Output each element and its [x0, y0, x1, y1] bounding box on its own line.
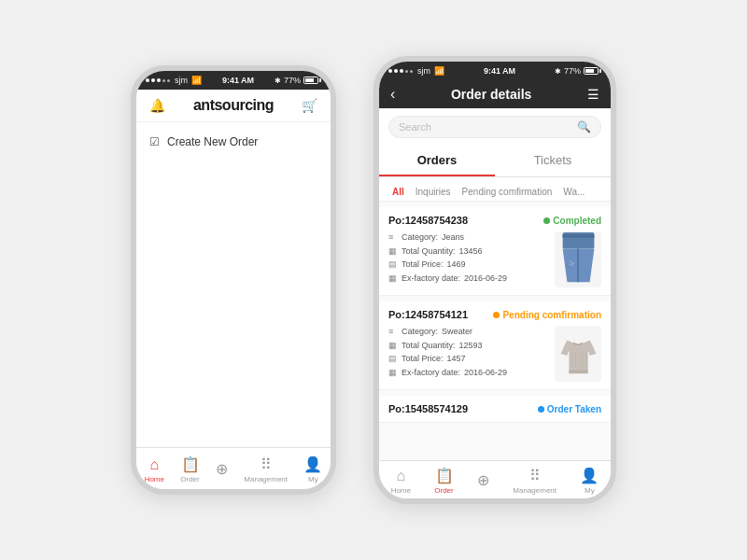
order-card-3[interactable]: Po:15458574129 Order Taken — [379, 396, 611, 423]
order-po-1: Po:12458754238 — [388, 215, 468, 226]
nav-order-right[interactable]: 📋 Order — [434, 467, 453, 495]
right-phone: sjm 📶 9:41 AM ✱ 77% ‹ Order details ☰ Se… — [374, 56, 616, 504]
battery-percent-left: 77% — [284, 76, 301, 85]
price-icon-1: ▤ — [388, 259, 398, 271]
search-placeholder: Search — [399, 121, 571, 133]
order-icon: 📋 — [181, 455, 200, 473]
back-button[interactable]: ‹ — [390, 86, 395, 103]
detail-category-2: ≡ Category: Sweater — [388, 326, 549, 338]
nav-management-label: Management — [244, 475, 288, 483]
category-label-1: Category: — [402, 231, 438, 244]
category-icon-1: ≡ — [388, 231, 398, 244]
filter-wa[interactable]: Wa... — [557, 183, 590, 201]
nav-add-left[interactable]: ⊕ — [216, 460, 228, 480]
carrier-signal: sjm 📶 — [146, 76, 202, 85]
tab-tickets[interactable]: Tickets — [495, 146, 611, 176]
order-card-1[interactable]: Po:12458754238 Completed ≡ Category: Jea… — [379, 207, 611, 296]
order-body-2: ≡ Category: Sweater ▦ Total Quantity: 12… — [388, 326, 601, 382]
hamburger-icon[interactable]: ☰ — [587, 87, 599, 102]
detail-price-1: ▤ Total Price: 1469 — [388, 259, 549, 271]
partial-po: Po:15458574129 — [388, 403, 468, 414]
filter-all[interactable]: All — [387, 183, 410, 201]
management-icon-right: ⠿ — [529, 467, 541, 484]
right-header: ‹ Order details ☰ — [379, 80, 611, 108]
status-dot-green-1 — [543, 217, 550, 224]
order-image-2 — [555, 326, 601, 382]
search-input-wrap[interactable]: Search 🔍 — [388, 116, 601, 138]
tab-orders[interactable]: Orders — [379, 146, 495, 176]
sweater-svg — [557, 327, 599, 381]
nav-my-right[interactable]: 👤 My — [580, 467, 599, 495]
date-label-1: Ex-factory date: — [402, 273, 460, 285]
date-value-1: 2016-06-29 — [464, 273, 507, 285]
filter-inquiries[interactable]: Inquiries — [410, 183, 457, 201]
date-icon-1: ▦ — [388, 273, 398, 285]
bell-icon[interactable]: 🔔 — [149, 98, 165, 113]
nav-home-left[interactable]: ⌂ Home — [145, 456, 164, 483]
bottom-nav-left: ⌂ Home 📋 Order ⊕ ⠿ Management 👤 My — [136, 447, 331, 489]
nav-home-label-right: Home — [391, 486, 411, 495]
bottom-nav-right: ⌂ Home 📋 Order ⊕ ⠿ Management 👤 My — [379, 460, 611, 498]
nav-management-left[interactable]: ⠿ Management — [244, 455, 288, 483]
nav-my-label: My — [308, 475, 318, 483]
nav-order-left[interactable]: 📋 Order — [180, 455, 199, 483]
nav-add-right[interactable]: ⊕ — [477, 471, 489, 491]
create-order-item[interactable]: ☑ Create New Order — [149, 135, 317, 148]
left-content: ☑ Create New Order — [136, 122, 331, 447]
date-label-2: Ex-factory date: — [402, 367, 460, 379]
price-label-1: Total Price: — [402, 259, 444, 271]
search-icon: 🔍 — [577, 120, 591, 133]
detail-qty-1: ▦ Total Quantity: 13456 — [388, 245, 549, 258]
add-icon-right: ⊕ — [477, 471, 489, 489]
status-time-right: 9:41 AM — [484, 66, 515, 76]
qty-value-2: 12593 — [459, 340, 483, 352]
order-header-1: Po:12458754238 Completed — [388, 215, 601, 226]
order-card-2[interactable]: Po:12458754121 Pending comfirmation ≡ Ca… — [379, 301, 611, 390]
battery-icon-left — [303, 77, 321, 84]
qty-icon-2: ▦ — [388, 340, 398, 352]
create-order-label: Create New Order — [167, 135, 258, 148]
svg-rect-1 — [562, 234, 594, 238]
nav-home-right[interactable]: ⌂ Home — [391, 468, 411, 495]
detail-qty-2: ▦ Total Quantity: 12593 — [388, 340, 549, 352]
order-image-1 — [555, 231, 601, 287]
my-icon: 👤 — [303, 455, 322, 473]
main-tabs: Orders Tickets — [379, 146, 611, 177]
date-value-2: 2016-06-29 — [464, 367, 507, 379]
status-dot-blue — [538, 406, 544, 413]
order-info-1: ≡ Category: Jeans ▦ Total Quantity: 1345… — [388, 231, 549, 287]
nav-my-label-right: My — [585, 486, 595, 495]
price-value-2: 1457 — [447, 353, 466, 365]
detail-date-2: ▦ Ex-factory date: 2016-06-29 — [388, 367, 549, 379]
order-icon-right: 📋 — [435, 467, 454, 484]
home-icon-right: ⌂ — [396, 468, 405, 484]
brand-logo: antsourcing — [193, 97, 274, 114]
category-value-2: Sweater — [442, 326, 472, 338]
cart-icon[interactable]: 🛒 — [302, 98, 317, 113]
status-time-left: 9:41 AM — [222, 76, 254, 85]
price-icon-2: ▤ — [388, 353, 398, 365]
price-value-1: 1469 — [447, 259, 466, 271]
nav-management-right[interactable]: ⠿ Management — [513, 467, 557, 495]
qty-value-1: 13456 — [459, 245, 483, 258]
date-icon-2: ▦ — [388, 367, 398, 379]
order-list: Po:12458754238 Completed ≡ Category: Jea… — [379, 202, 611, 460]
order-taken-label: Order Taken — [547, 404, 601, 414]
carrier-name-right: sjm — [417, 66, 430, 76]
status-pending-2: Pending comfirmation — [493, 310, 601, 320]
qty-label-2: Total Quantity: — [402, 340, 456, 352]
nav-my-left[interactable]: 👤 My — [303, 455, 322, 483]
carrier-signal-right: sjm 📶 — [388, 66, 444, 76]
order-po-2: Po:12458754121 — [388, 309, 468, 320]
price-label-2: Total Price: — [402, 353, 444, 365]
page-title: Order details — [451, 87, 531, 102]
filter-pending[interactable]: Pending comfirmation — [457, 183, 558, 201]
status-taken: Order Taken — [538, 404, 601, 414]
management-icon: ⠿ — [261, 455, 272, 473]
detail-date-1: ▦ Ex-factory date: 2016-06-29 — [388, 273, 549, 285]
battery-icon-right — [584, 67, 601, 75]
battery-right: ✱ 77% — [555, 66, 601, 76]
nav-order-label: Order — [180, 475, 199, 483]
qty-icon-1: ▦ — [388, 245, 398, 258]
my-icon-right: 👤 — [580, 467, 599, 484]
